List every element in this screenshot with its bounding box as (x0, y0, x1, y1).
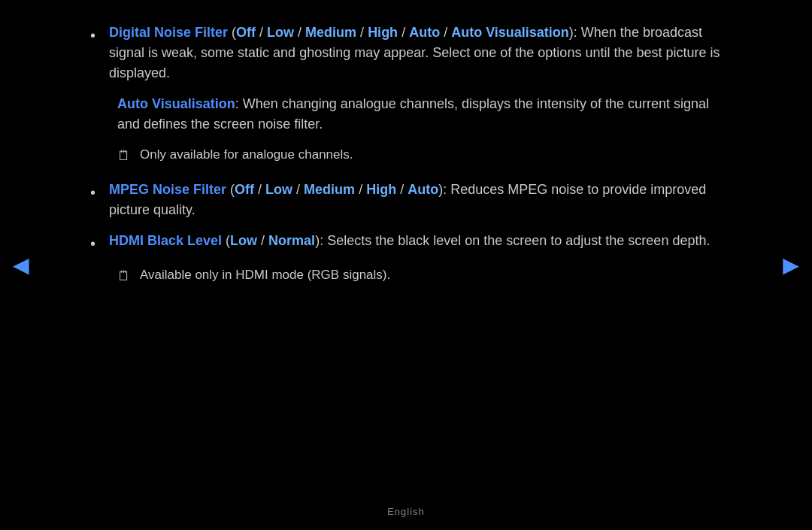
hbl-sep1: / (257, 233, 268, 248)
auto-visualisation-title: Auto Visualisation (117, 96, 235, 111)
mnf-opt-auto: Auto (408, 182, 438, 197)
bullet-item-digital-noise: • Digital Noise Filter (Off / Low / Medi… (90, 23, 722, 83)
sep5: / (440, 25, 451, 40)
dnf-opt-medium: Medium (305, 25, 356, 40)
bullet-item-hdmi-black: • HDMI Black Level (Low / Normal): Selec… (90, 231, 722, 255)
mpeg-noise-filter-title: MPEG Noise Filter (109, 182, 226, 197)
sep3: / (356, 25, 368, 40)
mnf-sep2: / (292, 182, 304, 197)
auto-visualisation-block: Auto Visualisation: When changing analog… (117, 94, 722, 135)
digital-noise-note: 🗒 Only available for analogue channels. (117, 145, 722, 166)
digital-noise-note-text: Only available for analogue channels. (140, 145, 353, 165)
note-icon-hdmi: 🗒 (117, 266, 131, 286)
nav-arrow-left[interactable]: ◄ (8, 245, 35, 286)
bullet-dot-mpeg: • (90, 181, 95, 204)
sep1: / (256, 25, 267, 40)
mnf-opt-off: Off (235, 182, 254, 197)
nav-arrow-right[interactable]: ► (777, 245, 804, 286)
bullet-dot-hdmi: • (90, 232, 95, 255)
note-icon-dnf: 🗒 (117, 146, 131, 166)
mnf-sep4: / (396, 182, 408, 197)
hdmi-note-text: Available only in HDMI mode (RGB signals… (140, 265, 390, 285)
mpeg-noise-filter-text: MPEG Noise Filter (Off / Low / Medium / … (109, 180, 722, 220)
bullet-item-mpeg-noise: • MPEG Noise Filter (Off / Low / Medium … (90, 180, 722, 220)
dnf-opt-auto-vis: Auto Visualisation (451, 25, 569, 40)
dnf-opt-high: High (368, 25, 398, 40)
content-area: • Digital Noise Filter (Off / Low / Medi… (30, 0, 782, 323)
mnf-opt-low: Low (265, 182, 292, 197)
hdmi-black-level-desc: : Selects the black level on the screen … (320, 233, 710, 248)
digital-noise-filter-text: Digital Noise Filter (Off / Low / Medium… (109, 23, 722, 83)
hdmi-black-level-title: HDMI Black Level (109, 233, 222, 248)
hdmi-note: 🗒 Available only in HDMI mode (RGB signa… (117, 265, 722, 286)
digital-noise-filter-title: Digital Noise Filter (109, 25, 228, 40)
mpeg-noise-filter-group: • MPEG Noise Filter (Off / Low / Medium … (90, 180, 722, 220)
mnf-sep1: / (254, 182, 265, 197)
hdmi-black-level-text: HDMI Black Level (Low / Normal): Selects… (109, 231, 722, 251)
hbl-opt-normal: Normal (268, 233, 315, 248)
digital-noise-filter-group: • Digital Noise Filter (Off / Low / Medi… (90, 23, 722, 166)
hbl-opt-low: Low (230, 233, 257, 248)
dnf-opt-auto: Auto (409, 25, 440, 40)
mnf-sep3: / (355, 182, 366, 197)
sep4: / (398, 25, 409, 40)
hdmi-black-level-group: • HDMI Black Level (Low / Normal): Selec… (90, 231, 722, 286)
mnf-opt-medium: Medium (304, 182, 355, 197)
dnf-opt-off: Off (236, 25, 256, 40)
sep2: / (294, 25, 305, 40)
footer-language: English (387, 504, 425, 519)
bullet-dot: • (90, 24, 95, 47)
dnf-opt-low: Low (267, 25, 294, 40)
mnf-opt-high: High (366, 182, 396, 197)
